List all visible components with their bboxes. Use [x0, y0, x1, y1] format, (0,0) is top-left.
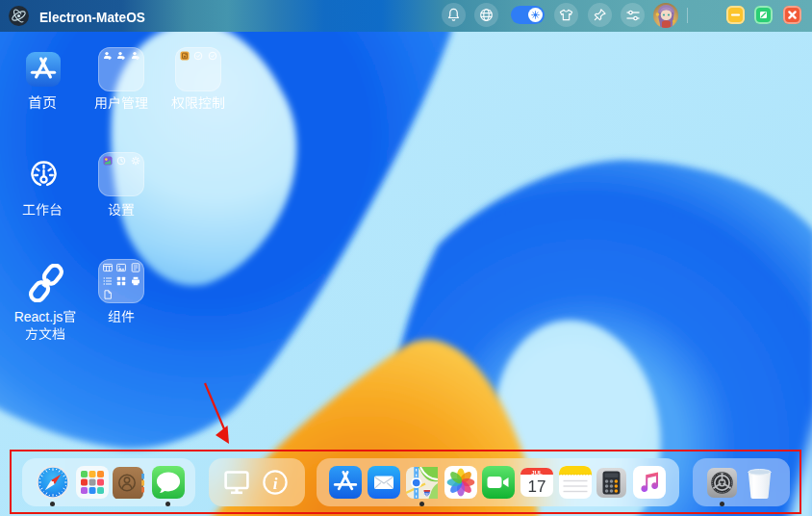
svg-text:React.js: React.js [14, 309, 63, 324]
